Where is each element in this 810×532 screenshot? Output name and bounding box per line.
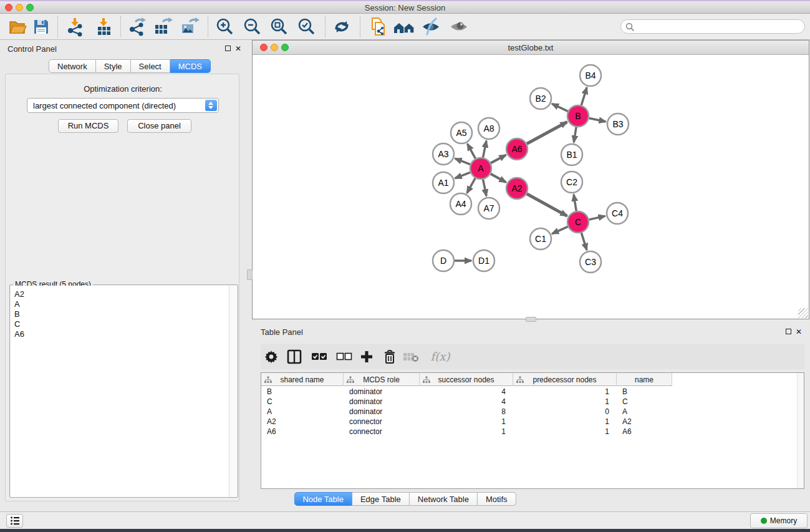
memory-button[interactable]: Memory (750, 513, 808, 528)
cell-shared-name[interactable]: C (261, 397, 344, 407)
cell-predecessor-nodes[interactable]: 1 (513, 397, 617, 407)
settings-gear-icon[interactable] (261, 344, 282, 369)
cell-MCDS-role[interactable]: dominator (344, 407, 420, 417)
graph-node-B[interactable]: B (567, 105, 589, 127)
graph-node-C3[interactable]: C3 (580, 251, 601, 273)
mcds-result-list[interactable]: A2ABCA6 (11, 286, 230, 497)
graph-node-A5[interactable]: A5 (451, 122, 472, 143)
show-panels-button[interactable] (6, 514, 23, 528)
search-input[interactable] (637, 21, 799, 32)
mcds-result-item[interactable]: B (14, 309, 230, 319)
column-header-shared-name[interactable]: shared name (261, 373, 344, 386)
edge-C-C4[interactable] (589, 216, 605, 220)
cell-successor-nodes[interactable]: 1 (420, 417, 513, 427)
cell-name[interactable]: A2 (617, 417, 672, 427)
edge-A-A5[interactable] (468, 144, 476, 159)
tab-network[interactable]: Network (49, 59, 96, 73)
cell-predecessor-nodes[interactable]: 1 (513, 427, 617, 437)
cell-MCDS-role[interactable]: connector (344, 417, 420, 427)
graph-node-A4[interactable]: A4 (450, 193, 471, 215)
table-row[interactable]: Bdominator41B (261, 387, 672, 397)
edge-A-A3[interactable] (455, 158, 471, 164)
graph-node-D[interactable]: D (433, 250, 454, 271)
graph-node-C4[interactable]: C4 (607, 203, 628, 224)
edge-C-C2[interactable] (574, 195, 576, 211)
add-row-icon[interactable] (356, 344, 377, 369)
select-all-icon[interactable] (309, 344, 330, 369)
edge-B-B4[interactable] (581, 87, 587, 105)
cell-name[interactable]: A6 (617, 427, 672, 437)
cell-shared-name[interactable]: A (261, 407, 344, 417)
table-row[interactable]: Cdominator41C (261, 397, 672, 407)
graph-node-B1[interactable]: B1 (561, 144, 582, 165)
tab-mcds[interactable]: MCDS (170, 59, 211, 73)
cell-successor-nodes[interactable]: 4 (420, 387, 513, 397)
mcds-result-item[interactable]: A (14, 299, 230, 309)
import-network-icon[interactable] (64, 16, 86, 37)
mcds-result-item[interactable]: A6 (14, 329, 230, 339)
table-row[interactable]: A2connector11A2 (261, 417, 672, 427)
search-field[interactable] (620, 19, 805, 34)
deselect-all-icon[interactable] (334, 344, 355, 369)
table-row[interactable]: Adominator80A (261, 407, 672, 417)
cell-shared-name[interactable]: B (261, 387, 344, 397)
tab-style[interactable]: Style (96, 59, 131, 73)
cell-successor-nodes[interactable]: 4 (420, 397, 513, 407)
tab-motifs[interactable]: Motifs (478, 492, 516, 506)
table-row[interactable]: A6connector11A6 (261, 427, 672, 437)
tab-select[interactable]: Select (131, 59, 170, 73)
cell-MCDS-role[interactable]: dominator (344, 387, 420, 397)
column-header-predecessor-nodes[interactable]: predecessor nodes (513, 373, 617, 386)
cell-shared-name[interactable]: A6 (261, 427, 344, 437)
graph-node-C[interactable]: C (567, 211, 589, 233)
table-float-panel-icon[interactable] (786, 329, 791, 334)
edge-A-A7[interactable] (483, 180, 486, 196)
graph-node-B2[interactable]: B2 (530, 88, 551, 109)
network-window-titlebar[interactable]: testGlobe.txt (253, 41, 809, 55)
export-image-icon[interactable] (178, 16, 201, 37)
cell-MCDS-role[interactable]: connector (344, 427, 420, 437)
tab-node-table[interactable]: Node Table (294, 492, 352, 506)
mcds-result-item[interactable]: C (14, 319, 230, 329)
graph-node-A8[interactable]: A8 (478, 118, 499, 139)
destroy-table-icon[interactable] (400, 344, 422, 369)
show-all-icon[interactable] (448, 16, 470, 37)
edge-B-B3[interactable] (589, 118, 606, 122)
cell-successor-nodes[interactable]: 8 (420, 407, 513, 417)
cell-name[interactable]: B (617, 387, 672, 397)
graph-node-A6[interactable]: A6 (506, 138, 528, 160)
new-network-from-selection-icon[interactable] (367, 16, 390, 37)
float-panel-icon[interactable] (225, 46, 231, 51)
result-list-scrollbar[interactable] (229, 286, 237, 497)
graph-node-A2[interactable]: A2 (506, 178, 528, 199)
run-mcds-button[interactable]: Run MCDS (58, 119, 118, 133)
export-network-icon[interactable] (125, 16, 148, 37)
cell-predecessor-nodes[interactable]: 1 (513, 417, 617, 427)
table-close-panel-icon[interactable]: ✕ (796, 329, 802, 335)
edge-B-B2[interactable] (552, 104, 568, 111)
mcds-result-item[interactable]: A2 (14, 289, 230, 299)
column-header-MCDS-role[interactable]: MCDS role (344, 373, 420, 386)
open-file-icon[interactable] (6, 16, 29, 37)
cell-successor-nodes[interactable]: 1 (420, 427, 513, 437)
zoom-selected-icon[interactable] (296, 16, 318, 37)
close-panel-button[interactable]: Close panel (127, 119, 191, 133)
tab-edge-table[interactable]: Edge Table (352, 492, 410, 506)
import-table-icon[interactable] (92, 16, 115, 37)
cell-name[interactable]: C (617, 397, 672, 407)
edge-A-A4[interactable] (467, 178, 475, 193)
graph-node-C1[interactable]: C1 (530, 228, 551, 249)
edge-A2-C[interactable] (527, 194, 567, 216)
graph-node-C2[interactable]: C2 (561, 172, 582, 193)
table-scrollbar[interactable] (797, 373, 804, 488)
zoom-in-icon[interactable] (214, 16, 236, 37)
cell-name[interactable]: A (617, 407, 672, 417)
graph-node-A7[interactable]: A7 (478, 198, 499, 219)
first-neighbors-icon[interactable] (393, 16, 415, 37)
save-session-icon[interactable] (30, 16, 52, 37)
edge-A-A6[interactable] (491, 155, 506, 163)
tab-network-table[interactable]: Network Table (410, 492, 478, 506)
cell-shared-name[interactable]: A2 (261, 417, 344, 427)
zoom-out-icon[interactable] (241, 16, 264, 37)
graph-node-D1[interactable]: D1 (473, 250, 494, 271)
